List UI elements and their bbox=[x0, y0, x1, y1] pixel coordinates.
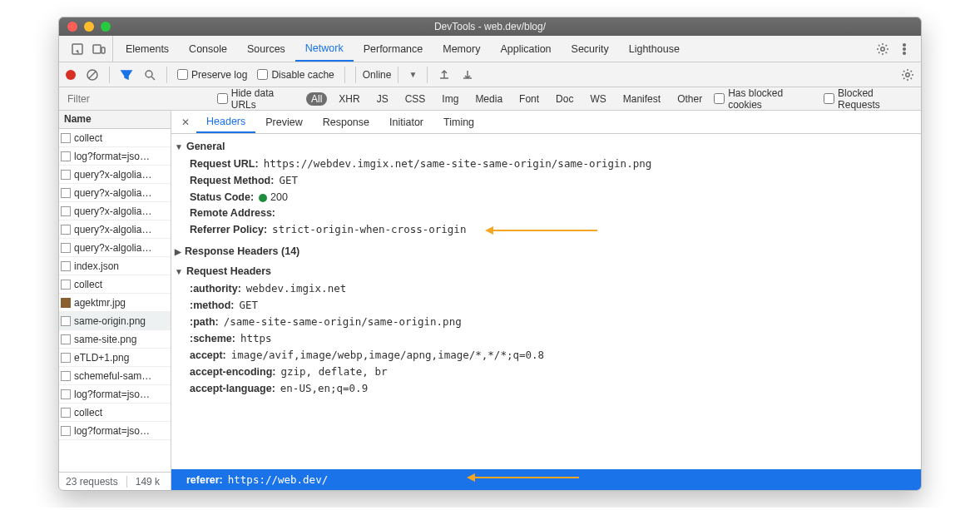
request-name: schemeful-sam… bbox=[74, 370, 151, 382]
request-row[interactable]: query?x-algolia… bbox=[59, 202, 171, 220]
tab-sources[interactable]: Sources bbox=[237, 36, 295, 62]
dtab-response[interactable]: Response bbox=[313, 111, 379, 133]
online-label: Online bbox=[363, 69, 392, 81]
close-details-icon[interactable]: ✕ bbox=[175, 116, 196, 128]
main-split: Name collectlog?format=jso…query?x-algol… bbox=[59, 111, 921, 490]
tab-security[interactable]: Security bbox=[562, 36, 619, 62]
request-name: eTLD+1.png bbox=[74, 352, 129, 364]
accept-language-key: accept-language: bbox=[190, 383, 275, 394]
type-pill-doc[interactable]: Doc bbox=[551, 92, 578, 106]
type-pill-img[interactable]: Img bbox=[437, 92, 463, 106]
authority-key: :authority: bbox=[190, 283, 241, 295]
referer-key: referer: bbox=[186, 474, 223, 486]
accept-encoding-value: gzip, deflate, br bbox=[281, 365, 388, 378]
disable-cache-checkbox[interactable]: Disable cache bbox=[257, 69, 334, 81]
type-pill-js[interactable]: JS bbox=[372, 92, 393, 106]
tab-application[interactable]: Application bbox=[490, 36, 561, 62]
method-value: GET bbox=[239, 299, 258, 311]
search-icon[interactable] bbox=[143, 68, 156, 82]
file-icon bbox=[61, 334, 71, 344]
request-row[interactable]: index.json bbox=[59, 257, 171, 275]
type-pill-ws[interactable]: WS bbox=[585, 92, 611, 106]
request-row[interactable]: eTLD+1.png bbox=[59, 349, 171, 367]
request-name: index.json bbox=[74, 260, 119, 272]
type-pill-font[interactable]: Font bbox=[514, 92, 544, 106]
preserve-log-checkbox[interactable]: Preserve log bbox=[177, 69, 247, 81]
tab-console[interactable]: Console bbox=[179, 36, 237, 62]
image-file-icon bbox=[61, 298, 71, 308]
type-pill-media[interactable]: Media bbox=[470, 92, 507, 106]
type-pill-xhr[interactable]: XHR bbox=[334, 92, 364, 106]
request-method-key: Request Method: bbox=[190, 175, 274, 186]
record-button[interactable] bbox=[66, 70, 76, 80]
request-row[interactable]: log?format=jso… bbox=[59, 385, 171, 404]
scheme-value: https bbox=[240, 332, 272, 344]
device-toolbar-icon[interactable] bbox=[92, 42, 106, 56]
dtab-preview[interactable]: Preview bbox=[255, 111, 312, 133]
request-name: same-origin.png bbox=[74, 315, 146, 327]
clear-icon[interactable] bbox=[86, 68, 99, 82]
svg-point-5 bbox=[903, 47, 906, 50]
inspect-icon[interactable] bbox=[71, 42, 84, 56]
details-body: ▼General Request URL:https://webdev.imgi… bbox=[171, 134, 921, 490]
request-row[interactable]: query?x-algolia… bbox=[59, 239, 171, 257]
type-pill-manifest[interactable]: Manifest bbox=[618, 92, 666, 106]
blocked-requests-checkbox[interactable]: Blocked Requests bbox=[824, 87, 916, 111]
request-row[interactable]: same-origin.png bbox=[59, 312, 171, 330]
request-row[interactable]: agektmr.jpg bbox=[59, 294, 171, 312]
type-pill-other[interactable]: Other bbox=[672, 92, 707, 106]
file-icon bbox=[61, 371, 71, 381]
accept-encoding-key: accept-encoding: bbox=[190, 366, 276, 378]
import-har-icon[interactable] bbox=[438, 68, 451, 82]
request-row[interactable]: query?x-algolia… bbox=[59, 184, 171, 202]
request-row[interactable]: query?x-algolia… bbox=[59, 166, 171, 184]
type-pill-css[interactable]: CSS bbox=[400, 92, 431, 106]
status-dot-icon bbox=[259, 194, 267, 202]
throttling-caret-icon[interactable]: ▼ bbox=[408, 70, 417, 79]
dtab-timing[interactable]: Timing bbox=[433, 111, 484, 133]
general-section[interactable]: ▼General bbox=[175, 141, 921, 152]
request-row[interactable]: collect bbox=[59, 129, 171, 147]
request-row[interactable]: schemeful-sam… bbox=[59, 367, 171, 385]
type-pill-all[interactable]: All bbox=[306, 92, 327, 106]
referrer-policy-key: Referrer Policy: bbox=[190, 224, 267, 235]
disable-cache-label: Disable cache bbox=[271, 69, 334, 81]
tab-memory[interactable]: Memory bbox=[433, 36, 490, 62]
file-icon bbox=[61, 353, 71, 363]
dtab-headers[interactable]: Headers bbox=[196, 111, 255, 133]
filter-funnel-icon[interactable] bbox=[120, 68, 133, 82]
dtab-initiator[interactable]: Initiator bbox=[379, 111, 433, 133]
tab-elements[interactable]: Elements bbox=[116, 36, 179, 62]
request-row[interactable]: collect bbox=[59, 404, 171, 422]
request-name: collect bbox=[74, 279, 102, 290]
request-row[interactable]: log?format=jso… bbox=[59, 147, 171, 166]
tab-lighthouse[interactable]: Lighthouse bbox=[619, 36, 690, 62]
tab-network[interactable]: Network bbox=[295, 36, 354, 62]
svg-line-8 bbox=[89, 72, 96, 78]
request-headers-section[interactable]: ▼Request Headers bbox=[175, 265, 921, 277]
file-icon bbox=[61, 243, 71, 253]
throttling-dropdown[interactable]: Online bbox=[355, 67, 399, 83]
response-headers-section[interactable]: ▶Response Headers (14) bbox=[175, 245, 921, 257]
status-code-key: Status Code: bbox=[190, 191, 254, 203]
tab-performance[interactable]: Performance bbox=[354, 36, 433, 62]
request-name: query?x-algolia… bbox=[74, 224, 151, 235]
preserve-log-label: Preserve log bbox=[191, 69, 247, 81]
annotation-arrow-icon bbox=[489, 230, 597, 231]
request-row[interactable]: log?format=jso… bbox=[59, 422, 171, 440]
export-har-icon[interactable] bbox=[461, 68, 474, 82]
file-icon bbox=[61, 133, 71, 143]
svg-rect-0 bbox=[72, 44, 82, 54]
more-menu-icon[interactable] bbox=[898, 42, 911, 56]
request-row[interactable]: same-site.png bbox=[59, 330, 171, 349]
settings-gear-icon[interactable] bbox=[876, 42, 889, 56]
referrer-policy-value: strict-origin-when-cross-origin bbox=[272, 223, 466, 235]
devtools-window: DevTools - web.dev/blog/ Elements Consol… bbox=[58, 17, 922, 491]
filter-input[interactable] bbox=[64, 87, 210, 110]
request-row[interactable]: query?x-algolia… bbox=[59, 220, 171, 239]
has-blocked-cookies-checkbox[interactable]: Has blocked cookies bbox=[714, 87, 817, 111]
hide-data-urls-checkbox[interactable]: Hide data URLs bbox=[217, 87, 299, 111]
request-name: agektmr.jpg bbox=[74, 297, 126, 309]
network-settings-gear-icon[interactable] bbox=[901, 68, 914, 82]
request-row[interactable]: collect bbox=[59, 275, 171, 294]
